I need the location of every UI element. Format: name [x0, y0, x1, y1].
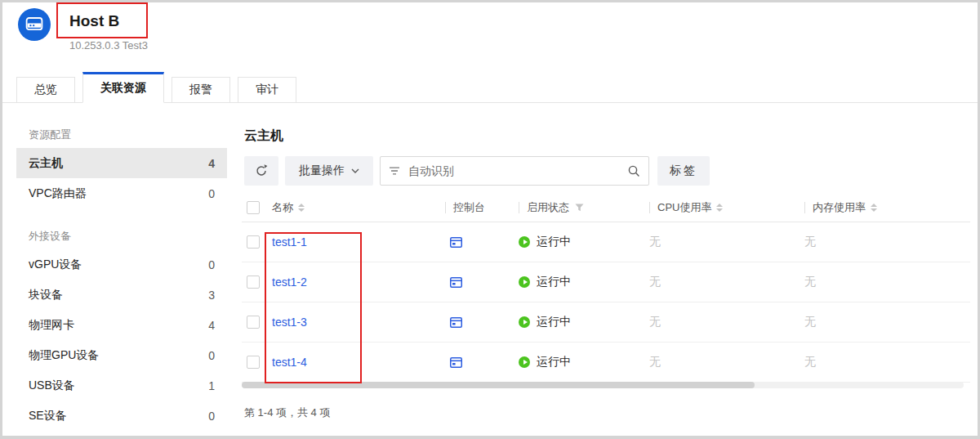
column-header-cpu: CPU使用率: [642, 200, 797, 215]
column-header-console: 控制台: [438, 200, 511, 215]
refresh-icon: [254, 164, 269, 178]
refresh-button[interactable]: [244, 156, 278, 186]
vm-name-link[interactable]: test1-2: [272, 275, 307, 289]
status-badge: 运行中: [519, 235, 571, 249]
play-circle-icon: [519, 276, 530, 288]
search-box[interactable]: [380, 156, 649, 186]
vm-name-link[interactable]: test1-3: [272, 316, 307, 329]
sort-carets-icon[interactable]: [871, 204, 877, 212]
sidebar-item-label: 云主机: [29, 156, 63, 171]
status-label: 运行中: [537, 355, 571, 370]
tab-overview[interactable]: 总览: [16, 77, 75, 102]
search-input[interactable]: [407, 164, 621, 178]
tag-button[interactable]: 标签: [657, 156, 710, 186]
table-row: test1-3 运行中 无 无: [242, 302, 970, 343]
status-label: 运行中: [537, 235, 571, 249]
sidebar-item-block-device[interactable]: 块设备 3: [16, 280, 227, 310]
host-detail-page: Host B 10.253.0.3 Test3 总览 关联资源 报警 审计 资源…: [0, 0, 980, 439]
play-circle-icon: [519, 316, 530, 328]
tab-bar: 总览 关联资源 报警 审计: [2, 72, 978, 103]
sidebar-item-se-device[interactable]: SE设备 0: [16, 401, 227, 431]
memory-usage-value: 无: [804, 235, 816, 249]
batch-actions-button[interactable]: 批量操作: [285, 156, 373, 186]
page-title: Host B: [69, 12, 119, 30]
sidebar-item-label: SE设备: [29, 409, 67, 423]
column-separator: [445, 202, 446, 213]
console-window-icon[interactable]: [450, 357, 462, 368]
sidebar: 资源配置 云主机 4 VPC路由器 0 外接设备 vGPU设备 0 块设备 3 …: [16, 121, 227, 431]
vm-name-link[interactable]: test1-1: [272, 235, 307, 249]
tab-related-resources[interactable]: 关联资源: [82, 72, 164, 103]
filter-funnel-icon[interactable]: [575, 204, 584, 212]
table-row: test1-2 运行中 无 无: [242, 262, 970, 302]
play-circle-icon: [519, 236, 530, 248]
horizontal-scrollbar-thumb[interactable]: [242, 382, 755, 388]
chevron-down-icon: [351, 168, 359, 174]
sidebar-group-gap: [16, 208, 227, 222]
select-all-checkbox[interactable]: [247, 201, 260, 214]
row-checkbox[interactable]: [247, 275, 260, 289]
sidebar-item-count: 0: [208, 187, 215, 200]
console-window-icon[interactable]: [450, 237, 462, 248]
batch-actions-label: 批量操作: [299, 164, 345, 178]
sidebar-item-vpc-router[interactable]: VPC路由器 0: [16, 178, 227, 208]
sort-carets-icon[interactable]: [298, 204, 305, 212]
sidebar-group-external-devices: 外接设备: [16, 222, 227, 249]
tag-button-label: 标签: [670, 164, 697, 178]
console-window-icon[interactable]: [450, 277, 462, 288]
sort-carets-icon[interactable]: [716, 204, 723, 212]
sidebar-item-count: 4: [208, 319, 215, 332]
toolbar: 批量操作 标签: [244, 156, 970, 186]
cpu-usage-value: 无: [649, 235, 661, 249]
filter-lines-icon: [389, 166, 400, 176]
status-badge: 运行中: [519, 275, 571, 289]
tab-audit[interactable]: 审计: [238, 77, 296, 102]
row-checkbox[interactable]: [247, 356, 260, 369]
sidebar-item-count: 3: [208, 289, 215, 302]
status-label: 运行中: [537, 275, 571, 289]
column-header-status: 启用状态: [511, 200, 642, 215]
play-circle-icon: [519, 356, 530, 368]
column-separator: [649, 202, 650, 213]
sidebar-item-label: vGPU设备: [29, 258, 82, 272]
cpu-usage-value: 无: [649, 275, 661, 289]
sidebar-item-physical-nic[interactable]: 物理网卡 4: [16, 310, 227, 340]
sidebar-item-label: VPC路由器: [29, 186, 87, 201]
table-row: test1-1 运行中 无 无: [242, 222, 970, 262]
status-label: 运行中: [537, 315, 571, 329]
status-badge: 运行中: [519, 355, 571, 370]
sidebar-item-usb-device[interactable]: USB设备 1: [16, 370, 227, 401]
memory-usage-value: 无: [804, 355, 816, 370]
sidebar-item-count: 0: [208, 258, 215, 271]
table-row: test1-4 运行中 无 无: [242, 343, 970, 383]
column-header-memory: 内存使用率: [797, 200, 970, 215]
horizontal-scrollbar[interactable]: [242, 382, 964, 388]
sidebar-item-label: 块设备: [29, 288, 63, 302]
sidebar-item-count: 0: [208, 410, 215, 423]
sidebar-item-count: 0: [208, 349, 215, 362]
column-separator: [519, 202, 519, 213]
sidebar-group-resource-config: 资源配置: [16, 121, 227, 148]
column-separator: [804, 202, 805, 213]
sidebar-item-label: USB设备: [29, 379, 75, 393]
table-header-row: 名称 控制台 启用状态 CPU使用率: [242, 194, 970, 222]
cpu-usage-value: 无: [649, 355, 661, 370]
vm-name-link[interactable]: test1-4: [272, 356, 307, 369]
sidebar-item-vm[interactable]: 云主机 4: [16, 148, 227, 178]
memory-usage-value: 无: [804, 315, 816, 329]
pagination-summary: 第 1-4 项，共 4 项: [244, 405, 330, 420]
sidebar-item-physical-gpu-device[interactable]: 物理GPU设备 0: [16, 340, 227, 370]
search-icon[interactable]: [627, 164, 640, 177]
cpu-usage-value: 无: [649, 315, 661, 329]
tab-alerts[interactable]: 报警: [172, 77, 230, 102]
sidebar-item-vgpu-device[interactable]: vGPU设备 0: [16, 249, 227, 280]
vm-table: 名称 控制台 启用状态 CPU使用率: [242, 194, 970, 383]
host-subtitle: 10.253.0.3 Test3: [69, 39, 148, 52]
row-checkbox[interactable]: [247, 316, 260, 329]
column-header-name: 名称: [265, 200, 438, 215]
sidebar-item-count: 4: [208, 157, 215, 170]
host-avatar: [18, 8, 51, 41]
row-checkbox[interactable]: [247, 235, 260, 249]
console-window-icon[interactable]: [450, 317, 462, 328]
host-drive-icon: [25, 16, 43, 33]
